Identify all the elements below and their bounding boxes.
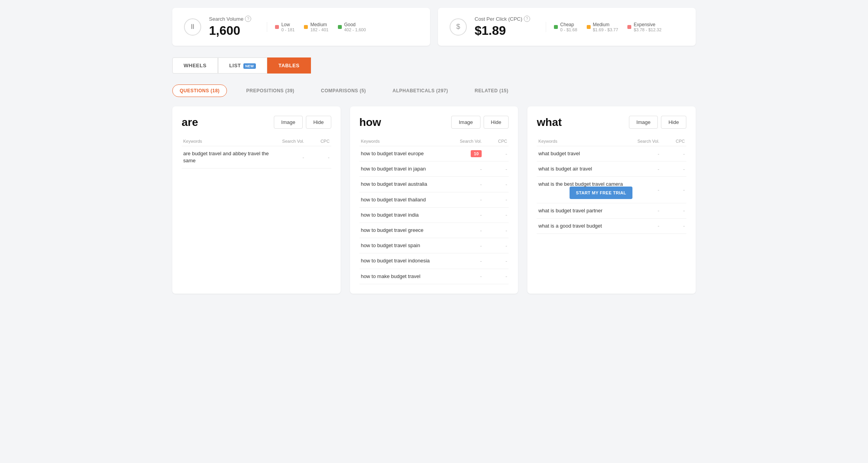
legend-expensive: Expensive $3.78 - $12.32 [627, 22, 661, 32]
cpc-cell: - [661, 146, 686, 162]
cpc-main: Cost Per Click (CPC) ? $1.89 [475, 16, 530, 38]
vol-cell: - [456, 177, 483, 192]
vol-cell: - [456, 269, 483, 284]
keyword-cell: how to budget travel australia [359, 177, 457, 192]
new-badge: NEW [243, 63, 256, 69]
cpc-cell: - [483, 207, 509, 223]
tab-list[interactable]: LISTNEW [218, 57, 267, 74]
search-volume-card: ⏸ Search Volume ? 1,600 Low 0 - 181 [172, 8, 430, 46]
search-volume-value: 1,600 [209, 23, 251, 38]
filter-bar: QUESTIONS (18) PREPOSITIONS (39) COMPARI… [172, 84, 696, 97]
keyword-cell: are budget travel and abbey travel the s… [182, 146, 279, 169]
search-volume-label: Search Volume ? [209, 16, 251, 22]
cpc-card: $ Cost Per Click (CPC) ? $1.89 Cheap 0 -… [438, 8, 696, 46]
legend-good-text: Good 402 - 1,600 [344, 22, 366, 32]
cpc-cell: - [483, 253, 509, 269]
search-volume-help-icon[interactable]: ? [245, 16, 251, 22]
card-actions-are: Image Hide [274, 116, 331, 129]
keyword-table-are: Keywords Search Vol. CPC are budget trav… [182, 136, 331, 169]
cpc-cell: - [306, 146, 331, 169]
filter-related[interactable]: RELATED (15) [467, 84, 516, 97]
vol-cell: - [456, 207, 483, 223]
card-actions-what: Image Hide [629, 116, 686, 129]
keyword-cell: how to budget travel india [359, 207, 457, 223]
start-free-trial-button[interactable]: START MY FREE TRIAL [570, 187, 632, 199]
table-row: what is budget travel partner-- [537, 203, 686, 218]
keyword-cell: how to make budget travel [359, 269, 457, 284]
cpc-cell: - [483, 177, 509, 192]
table-row: how to make budget travel-- [359, 269, 509, 284]
vol-cell: - [279, 146, 306, 169]
tab-tables[interactable]: TABLES [267, 57, 311, 74]
legend-medium-cpc: Medium $1.69 - $3.77 [587, 22, 618, 32]
vol-badge: 10 [471, 150, 482, 157]
keyword-table-what: Keywords Search Vol. CPC what budget tra… [537, 136, 686, 234]
vol-cell: - [456, 238, 483, 253]
filter-questions[interactable]: QUESTIONS (18) [172, 84, 227, 97]
tab-bar: WHEELS LISTNEW TABLES [172, 57, 696, 74]
legend-medium-cpc-dot [587, 25, 591, 29]
card-header-what: what Image Hide [537, 116, 686, 129]
cpc-legend: Cheap 0 - $1.68 Medium $1.69 - $3.77 Exp… [546, 22, 661, 32]
vol-cell: - [456, 162, 483, 177]
keyword-cell: what is the best budget travel cameraSTA… [537, 177, 634, 203]
hide-button-how[interactable]: Hide [484, 116, 509, 129]
col-header-vol-how: Search Vol. [456, 136, 483, 146]
tab-wheels[interactable]: WHEELS [172, 57, 218, 74]
col-header-vol-what: Search Vol. [634, 136, 661, 146]
card-word-are: are [182, 116, 198, 129]
table-row: how to budget travel europe10- [359, 146, 509, 162]
legend-cheap: Cheap 0 - $1.68 [554, 22, 577, 32]
col-header-cpc-what: CPC [661, 136, 686, 146]
filter-alphabeticals[interactable]: ALPHABETICALS (297) [385, 84, 455, 97]
legend-low: Low 0 - 181 [275, 22, 295, 32]
vol-cell: - [456, 253, 483, 269]
card-header-how: how Image Hide [359, 116, 509, 129]
card-header-are: are Image Hide [182, 116, 331, 129]
legend-low-text: Low 0 - 181 [281, 22, 295, 32]
keyword-cell: how to budget travel spain [359, 238, 457, 253]
filter-comparisons[interactable]: COMPARISONS (5) [314, 84, 373, 97]
legend-expensive-dot [627, 25, 631, 29]
filter-prepositions[interactable]: PREPOSITIONS (39) [239, 84, 302, 97]
col-header-keywords-how: Keywords [359, 136, 457, 146]
table-row: how to budget travel greece-- [359, 223, 509, 238]
cpc-help-icon[interactable]: ? [524, 16, 530, 22]
image-button-how[interactable]: Image [451, 116, 480, 129]
col-header-keywords-are: Keywords [182, 136, 279, 146]
table-row: what is the best budget travel cameraSTA… [537, 177, 686, 203]
col-header-cpc-how: CPC [483, 136, 509, 146]
card-actions-how: Image Hide [451, 116, 509, 129]
legend-medium-cpc-text: Medium $1.69 - $3.77 [593, 22, 618, 32]
image-button-what[interactable]: Image [629, 116, 658, 129]
cpc-cell: - [483, 192, 509, 207]
image-button-are[interactable]: Image [274, 116, 303, 129]
keyword-cell: how to budget travel greece [359, 223, 457, 238]
vol-cell: - [634, 218, 661, 233]
table-row: what is budget air travel-- [537, 162, 686, 177]
legend-expensive-text: Expensive $3.78 - $12.32 [634, 22, 661, 32]
vol-cell: - [634, 203, 661, 218]
legend-good-dot [338, 25, 342, 29]
vol-cell: 10 [456, 146, 483, 162]
keyword-table-how: Keywords Search Vol. CPC how to budget t… [359, 136, 509, 284]
keyword-cell: what is a good travel budget [537, 218, 634, 233]
keyword-card-how: how Image Hide Keywords Search Vol. CPC … [350, 106, 518, 294]
vol-cell: - [634, 177, 661, 203]
keyword-card-are: are Image Hide Keywords Search Vol. CPC … [172, 106, 341, 294]
vol-cell: - [456, 223, 483, 238]
keyword-cell: how to budget travel indonesia [359, 253, 457, 269]
col-header-keywords-what: Keywords [537, 136, 634, 146]
legend-cheap-text: Cheap 0 - $1.68 [560, 22, 577, 32]
vol-cell: - [456, 192, 483, 207]
cpc-cell: - [661, 162, 686, 177]
hide-button-what[interactable]: Hide [661, 116, 686, 129]
table-row: are budget travel and abbey travel the s… [182, 146, 331, 169]
cpc-label: Cost Per Click (CPC) ? [475, 16, 530, 22]
cpc-cell: - [483, 162, 509, 177]
legend-medium-dot [304, 25, 308, 29]
col-header-vol-are: Search Vol. [279, 136, 306, 146]
table-row: how to budget travel thailand-- [359, 192, 509, 207]
hide-button-are[interactable]: Hide [306, 116, 331, 129]
legend-medium-text: Medium 182 - 401 [310, 22, 328, 32]
